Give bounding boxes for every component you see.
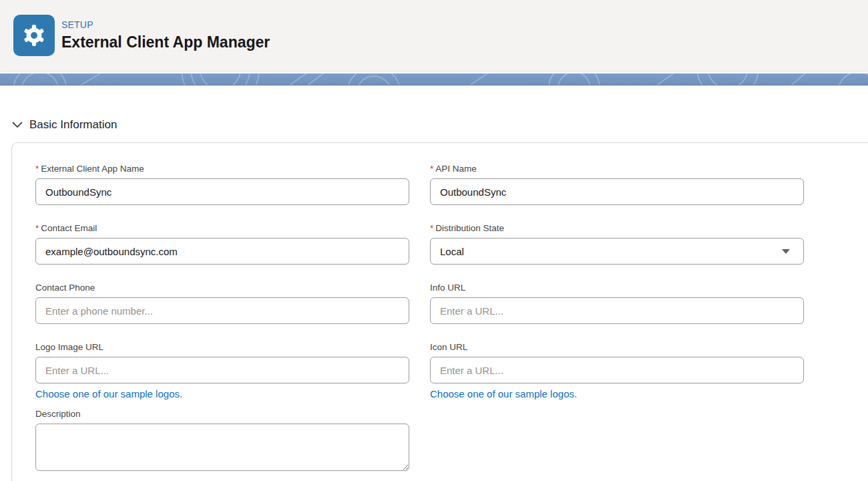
api-name-label: *API Name <box>430 163 804 174</box>
api-name-input[interactable] <box>430 178 804 205</box>
required-asterisk: * <box>430 223 433 233</box>
description-label: Description <box>35 408 409 420</box>
icon-url-input[interactable] <box>430 357 804 383</box>
distribution-state-value: Local <box>440 246 464 257</box>
contact-email-label: *Contact Email <box>35 222 409 234</box>
header-titles: SETUP External Client App Manager <box>61 19 270 52</box>
distribution-state-label: *Distribution State <box>430 222 804 234</box>
field-distribution-state: *Distribution State Local <box>430 222 804 265</box>
field-logo-image-url: Logo Image URL <box>35 341 409 383</box>
contact-email-input[interactable] <box>35 238 409 265</box>
caret-down-icon <box>782 249 790 254</box>
required-asterisk: * <box>430 164 433 174</box>
field-external-client-app-name: *External Client App Name <box>35 163 409 205</box>
wave-pattern-icon <box>0 73 868 86</box>
logo-image-url-label: Logo Image URL <box>35 341 409 353</box>
section-title: Basic Information <box>29 118 117 132</box>
section-basic-information-toggle[interactable]: Basic Information <box>12 118 117 132</box>
required-asterisk: * <box>35 164 39 174</box>
setup-eyebrow: SETUP <box>61 19 270 31</box>
field-description: Description <box>35 408 409 474</box>
field-info-url: Info URL <box>430 282 804 324</box>
setup-icon-tile <box>13 15 55 56</box>
distribution-state-select[interactable]: Local <box>430 238 804 265</box>
decorative-band <box>0 73 868 86</box>
basic-information-panel: *External Client App Name *Contact Email… <box>11 142 868 481</box>
required-asterisk: * <box>35 223 39 233</box>
field-contact-email: *Contact Email <box>35 222 409 265</box>
description-textarea[interactable] <box>35 424 409 471</box>
contact-phone-label: Contact Phone <box>35 282 409 293</box>
chevron-down-icon <box>12 122 23 128</box>
icon-sample-logos-link[interactable]: Choose one of our sample logos. <box>430 388 804 400</box>
page-title: External Client App Manager <box>61 32 270 52</box>
info-url-label: Info URL <box>430 282 804 293</box>
form-left-column: *External Client App Name *Contact Email… <box>35 163 409 474</box>
contact-phone-input[interactable] <box>35 297 409 324</box>
external-client-app-name-input[interactable] <box>35 178 409 205</box>
info-url-input[interactable] <box>430 297 804 324</box>
setup-header: SETUP External Client App Manager <box>0 0 868 71</box>
external-client-app-name-label: *External Client App Name <box>35 163 409 174</box>
logo-image-url-input[interactable] <box>35 357 409 383</box>
field-api-name: *API Name <box>430 163 804 205</box>
logo-sample-logos-link[interactable]: Choose one of our sample logos. <box>35 388 409 400</box>
field-icon-url: Icon URL <box>430 341 804 383</box>
icon-url-label: Icon URL <box>430 341 804 353</box>
gear-icon <box>21 23 47 48</box>
form-right-column: *API Name *Distribution State Local Info… <box>430 163 804 474</box>
field-contact-phone: Contact Phone <box>35 282 409 324</box>
